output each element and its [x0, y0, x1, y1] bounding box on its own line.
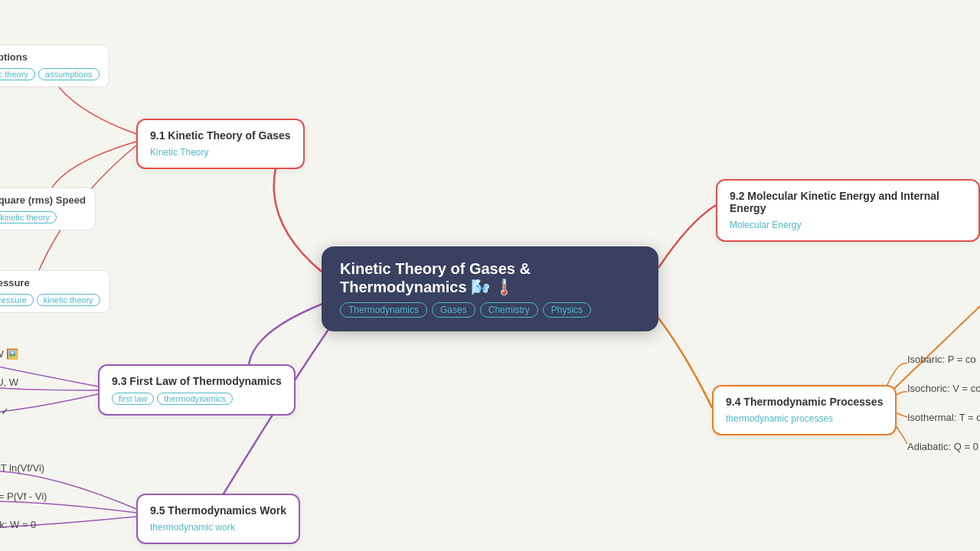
node-92[interactable]: 9.2 Molecular Kinetic Energy and Interna… — [716, 179, 980, 242]
central-node[interactable]: Kinetic Theory of Gases & Thermodynamics… — [322, 246, 658, 331]
node-95-title: 9.5 Thermodynamics Work — [150, 504, 286, 517]
node-95[interactable]: 9.5 Thermodynamics Work thermodynamic wo… — [136, 494, 300, 544]
node-91[interactable]: 9.1 Kinetic Theory of Gases Kinetic Theo… — [136, 119, 305, 169]
node-isochoric: Isochoric: V = co — [907, 383, 980, 394]
tag-pressure: pressure — [0, 294, 34, 306]
pressure-title: Pressure — [0, 277, 100, 289]
node-isobaric-work: aric Work: W = P(Vf - Vi) — [0, 491, 47, 502]
node-94-title: 9.4 Thermodynamic Processes — [726, 396, 883, 408]
node-conventions: entions: Q, ΔU, W — [0, 377, 18, 388]
node-rms: ean Square (rms) Speed d kinetic theory — [0, 187, 96, 230]
tag-physics[interactable]: Physics — [543, 302, 591, 318]
node-92-title: 9.2 Molecular Kinetic Energy and Interna… — [730, 190, 966, 214]
tag-kinetic-theory-rms: kinetic theory — [0, 211, 57, 223]
tag-gases[interactable]: Gases — [432, 302, 475, 318]
tag-chemistry[interactable]: Chemistry — [480, 302, 538, 318]
central-node-title: Kinetic Theory of Gases & Thermodynamics… — [340, 260, 640, 296]
node-93-tag2: thermodynamics — [157, 393, 233, 405]
node-94-tag: thermodynamic processes — [726, 413, 833, 424]
node-adiabatic: Adiabatic: Q = 0 — [907, 441, 978, 452]
node-work-formula: Work: W = nRT ln(Vf/Vi) — [0, 462, 44, 474]
tag-thermodynamics[interactable]: Thermodynamics — [340, 302, 427, 318]
node-94[interactable]: 9.4 Thermodynamic Processes thermodynami… — [712, 385, 897, 435]
node-91-title: 9.1 Kinetic Theory of Gases — [150, 129, 291, 142]
node-pressure: Pressure pressure kinetic theory — [0, 270, 110, 313]
tag-kinetic-theory: kinetic theory — [0, 68, 35, 80]
node-isobaric: Isobaric: P = co — [907, 354, 976, 365]
node-delta-u: nt: ΔU = Q - W 🖼️ — [0, 348, 19, 360]
node-isothermal-adiabatic: nal, Adiabatic ✓ — [0, 406, 9, 417]
tag-kinetic-theory-p: kinetic theory — [37, 294, 100, 306]
tag-assumptions: assumptions — [38, 68, 100, 80]
node-93-tag1: first law — [112, 393, 154, 405]
node-assumptions: ssumptions kinetic theory assumptions — [0, 44, 109, 87]
central-node-tags: Thermodynamics Gases Chemistry Physics — [340, 302, 640, 318]
assumptions-title: ssumptions — [0, 51, 100, 63]
node-93[interactable]: 9.3 First Law of Thermodynamics first la… — [98, 364, 296, 416]
node-91-tag: Kinetic Theory — [150, 147, 208, 158]
node-95-tag: thermodynamic work — [150, 522, 235, 533]
node-isochoric-work: Isochoric Work: W = 0 — [0, 519, 36, 530]
rms-title: ean Square (rms) Speed — [0, 194, 86, 206]
node-92-tag: Molecular Energy — [730, 220, 801, 230]
node-93-title: 9.3 First Law of Thermodynamics — [112, 375, 282, 387]
node-isothermal-right: Isothermal: T = c — [907, 412, 980, 423]
